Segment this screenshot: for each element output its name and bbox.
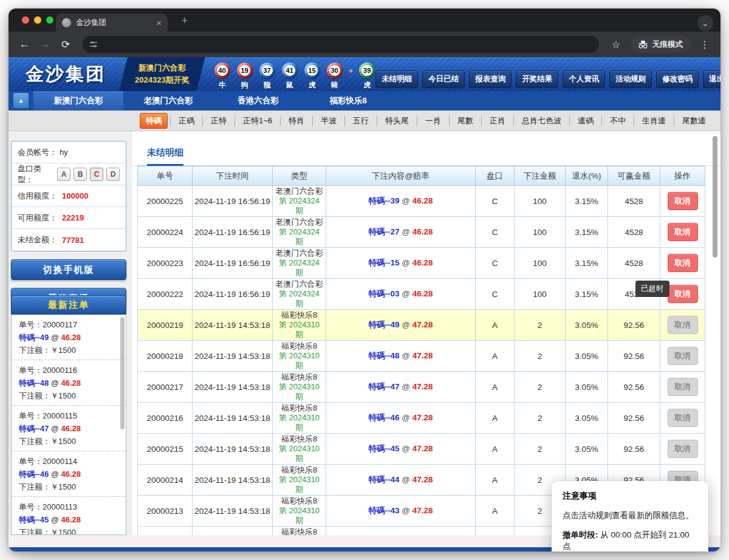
game-period: 第 2024310 期 [274,506,324,525]
reload-icon[interactable]: ⟳ [57,36,74,53]
cell-amount: 2 [515,372,566,403]
cell-win-amount: 92.56 [608,434,660,465]
browser-tab[interactable]: 金沙集团 × [56,13,168,32]
cell-game-type: 福彩快乐8第 2024310 期 [273,341,326,372]
cancel-button[interactable]: 取消 [668,254,698,272]
top-nav-button[interactable]: 今日已结 [422,70,465,88]
cell-amount: 100 [515,248,566,279]
bet-code: 特碼--39 [368,196,399,205]
draw-info-panel: 新澳门六合彩 2024323期开奖 [119,57,205,91]
content-area: 会员帐号： hy 盘口类型： ABCD 信用额度： 100000 可用额度： 2… [9,131,720,535]
game-name: 福彩快乐8 [274,434,324,444]
market-type-label: 盘口类型： [18,163,53,185]
bet-code: 特碼--47 [368,382,399,391]
notice-line-1: 点击活动规则查看最新的限额信息。 [563,510,697,521]
sidebar-scrollbar-thumb[interactable] [120,317,125,429]
address-bar[interactable] [83,36,599,53]
game-name: 福彩快乐8 [274,372,324,382]
tab-search-chevron-icon[interactable]: ⌄ [697,15,713,31]
ball-number: 37 [262,65,273,76]
market-type-button[interactable]: C [90,168,103,181]
subnav-item[interactable]: 正特 [202,116,234,126]
lottery-tab[interactable]: 福彩快乐8 [303,91,393,111]
subnav-item[interactable]: 尾數 [449,116,481,126]
market-type-button[interactable]: A [57,168,70,181]
cell-market: C [476,217,515,248]
subnav-item[interactable]: 不中 [601,116,634,126]
new-tab-button[interactable]: + [177,13,192,28]
subnav-item[interactable]: 一肖 [417,116,449,126]
back-icon[interactable]: ← [16,36,33,53]
top-nav-button[interactable]: 未结明细 [375,70,418,88]
market-type-button[interactable]: B [74,168,87,181]
subnav-item[interactable]: 正特1~6 [234,116,280,126]
cancel-period-label: 撤单时段: [563,530,598,539]
at-sign: @ [400,475,412,484]
bet-code: 特碼--49 [368,320,399,329]
subnav-item[interactable]: 特肖 [280,116,312,126]
ball-40: 40 [214,63,230,78]
cell-bet-time: 2024-11-19 14:53:18 [193,465,273,496]
bet-odds: 46.28 [412,196,433,205]
market-type-button[interactable]: D [106,168,120,181]
top-nav-button[interactable]: 个人资讯 [563,70,605,88]
cell-bet-time: 2024-11-19 14:53:18 [193,310,273,341]
top-nav-button[interactable]: 活动规则 [609,70,652,88]
ball-19: 19 [237,63,253,78]
top-nav-button[interactable]: 开奖结果 [516,70,558,88]
subnav-item[interactable]: 特碼 [140,113,168,129]
subnav-item[interactable]: 尾數連 [674,116,714,126]
top-nav-button[interactable]: 退出系统 [703,70,720,88]
lottery-tab[interactable]: 香港六合彩 [213,91,303,111]
cell-market: C [476,279,515,310]
bet-code: 特碼--44 [368,475,399,484]
bet-content-line: 特碼--48 @ 46.28 [19,377,118,389]
cancel-button[interactable]: 取消 [668,192,698,210]
bookmark-star-icon[interactable]: ☆ [608,36,625,53]
top-nav-button[interactable]: 修改密码 [656,70,699,88]
cell-action: 取消 [660,434,705,465]
credit-label: 信用额度： [18,191,57,202]
cancel-button[interactable]: 取消 [668,223,698,241]
bet-code: 特碼--48 [19,378,49,388]
subnav-item[interactable]: 特头尾 [377,116,417,126]
account-type-row: 盘口类型： ABCD [12,163,126,185]
browser-menu-icon[interactable]: ⋮ [696,36,713,53]
minimize-window-button[interactable] [34,16,41,24]
ball-zodiac-label: 虎 [309,80,316,90]
subnav-item[interactable]: 五行 [344,116,377,126]
latest-bet-item: 单号：20000114特碼--46 @ 46.28下注额：￥1500 [12,451,126,497]
collapse-arrow-button[interactable]: ▲ [13,93,29,108]
cell-bet-id: 20000225 [138,186,193,217]
tab-title: 金沙集团 [76,18,151,28]
site-settings-icon[interactable] [89,39,98,49]
cancel-button[interactable]: 取消 [668,285,698,303]
switch-mobile-button[interactable]: 切换手机版 [11,259,126,280]
subnav-item[interactable]: 正肖 [481,116,513,126]
subnav-item[interactable]: 总肖七色波 [513,116,569,126]
lottery-tab[interactable]: 老澳门六合彩 [123,91,213,111]
subnav-item[interactable]: 半波 [312,116,344,126]
tab-close-icon[interactable]: × [156,18,162,28]
page-scrollbar-thumb[interactable] [713,136,717,258]
top-nav-button[interactable]: 报表查询 [469,70,512,88]
subnav-item[interactable]: 連碼 [569,116,601,126]
table-row: 200002232024-11-19 16:56:19老澳门六合彩第 20243… [138,248,705,279]
cell-market: A [476,465,515,496]
lottery-tab[interactable]: 新澳门六合彩 [33,91,123,111]
bet-code: 特碼--45 [19,515,49,524]
bet-code: 特碼--49 [19,333,49,342]
game-period: 第 2024324 期 [274,258,324,278]
close-window-button[interactable] [22,16,29,24]
cell-game-type: 老澳门六合彩第 2024324 期 [273,248,326,279]
bet-odds: 46.28 [61,470,81,479]
cell-market: A [476,310,515,341]
cell-action: 取消 [660,341,705,372]
window-controls [22,16,53,24]
subnav-item[interactable]: 正碼 [170,116,202,126]
game-name: 老澳门六合彩 [274,186,324,196]
subnav-item[interactable]: 生肖連 [634,116,674,126]
zoom-window-button[interactable] [46,16,53,24]
cell-market: A [476,527,515,536]
cell-bet-content: 特碼--42 @ 47.28 [326,527,476,536]
